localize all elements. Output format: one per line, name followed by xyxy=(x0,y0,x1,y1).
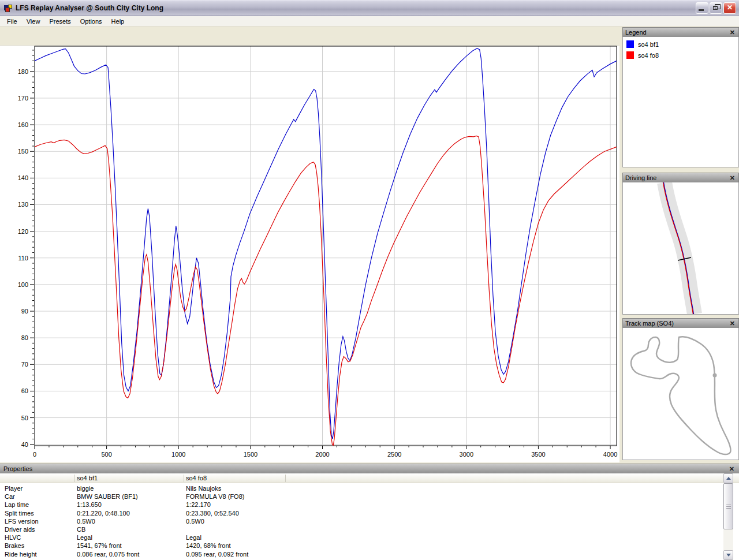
close-icon[interactable]: ✕ xyxy=(728,466,736,472)
svg-text:150: 150 xyxy=(18,148,28,155)
minimize-icon xyxy=(699,9,704,11)
property-value-bf1: CB xyxy=(77,526,85,533)
driving-line-graphic xyxy=(623,182,738,314)
app-window: { "window": { "title": "LFS Replay Analy… xyxy=(0,0,739,560)
svg-text:500: 500 xyxy=(101,451,111,458)
svg-text:120: 120 xyxy=(18,228,28,235)
legend-color-swatch xyxy=(626,40,634,48)
speed-chart[interactable]: 0500100015002000250030003500400040506070… xyxy=(0,45,619,462)
property-value-fo8: Nils Naujoks xyxy=(186,485,221,492)
svg-text:100: 100 xyxy=(18,281,28,288)
svg-text:1000: 1000 xyxy=(171,451,185,458)
scroll-up-button[interactable] xyxy=(723,473,733,483)
svg-text:50: 50 xyxy=(21,415,28,421)
property-label: Brakes xyxy=(5,542,24,549)
svg-text:160: 160 xyxy=(18,121,28,128)
property-value-bf1: biggie xyxy=(77,485,94,492)
svg-text:140: 140 xyxy=(18,174,28,181)
driving-line-view xyxy=(622,182,739,315)
property-value-fo8: Legal xyxy=(186,534,201,541)
svg-text:3500: 3500 xyxy=(531,451,545,458)
property-value-bf1: 1:13.650 xyxy=(77,501,102,508)
app-icon xyxy=(3,3,13,13)
menu-item-view[interactable]: View xyxy=(22,17,45,26)
close-icon[interactable]: ✕ xyxy=(729,320,736,327)
menu-item-file[interactable]: File xyxy=(2,17,22,26)
legend-item-label: so4 fo8 xyxy=(638,52,659,59)
svg-text:70: 70 xyxy=(21,361,28,368)
scroll-down-button[interactable] xyxy=(723,550,733,560)
property-value-bf1: BMW SAUBER (BF1) xyxy=(77,493,138,500)
legend-color-swatch xyxy=(626,51,634,59)
svg-text:180: 180 xyxy=(18,68,28,75)
title-bar: LFS Replay Analyser @ South City City Lo… xyxy=(0,0,739,16)
legend-panel-header: Legend ✕ xyxy=(622,27,739,37)
svg-text:4000: 4000 xyxy=(603,451,617,458)
property-value-fo8: FORMULA V8 (FO8) xyxy=(186,493,244,500)
property-label: Driver aids xyxy=(5,526,35,533)
menu-item-options[interactable]: Options xyxy=(76,17,107,26)
svg-text:2500: 2500 xyxy=(387,451,401,458)
column-header-1: so4 bf1 xyxy=(77,475,98,481)
property-value-fo8: 1420, 68% front xyxy=(186,542,231,549)
window-title: LFS Replay Analyser @ South City City Lo… xyxy=(16,4,163,12)
track-map-panel-title: Track map (SO4) xyxy=(625,320,729,327)
menu-item-presets[interactable]: Presets xyxy=(44,17,75,26)
property-value-fo8: 0:23.380, 0:52.540 xyxy=(186,510,239,517)
property-label: Player xyxy=(5,485,23,492)
restore-button[interactable] xyxy=(710,2,722,14)
property-label: LFS version xyxy=(5,518,39,525)
property-label: Split times xyxy=(5,510,34,517)
scrollbar-thumb[interactable] xyxy=(723,483,733,529)
menu-item-help[interactable]: Help xyxy=(107,17,129,26)
legend-item-label: so4 bf1 xyxy=(638,41,659,48)
track-map-graphic xyxy=(623,328,738,460)
property-label: Car xyxy=(5,493,15,500)
legend-panel-title: Legend xyxy=(625,29,729,36)
restore-icon xyxy=(713,6,718,10)
legend-item: so4 fo8 xyxy=(626,51,738,59)
svg-text:90: 90 xyxy=(21,308,28,315)
svg-text:1500: 1500 xyxy=(244,451,257,458)
properties-panel-header: Properties ✕ xyxy=(0,464,739,473)
properties-table: so4 bf1 so4 fo8 PlayerbiggieNils Naujoks… xyxy=(0,473,739,560)
svg-text:110: 110 xyxy=(18,255,28,262)
column-header-2: so4 fo8 xyxy=(186,475,207,481)
property-value-fo8: 1:22.170 xyxy=(186,501,211,508)
svg-text:2000: 2000 xyxy=(315,451,329,458)
grip-icon xyxy=(726,505,731,505)
arrow-up-icon xyxy=(726,477,731,480)
properties-column-header: so4 bf1 so4 fo8 xyxy=(0,473,739,483)
legend-item: so4 bf1 xyxy=(626,40,738,48)
property-value-bf1: 0.5W0 xyxy=(77,518,95,525)
driving-line-panel-title: Driving line xyxy=(625,174,729,181)
driving-line-panel-header: Driving line ✕ xyxy=(622,173,739,182)
close-icon[interactable]: ✕ xyxy=(729,175,736,181)
properties-panel-title: Properties xyxy=(3,465,728,472)
property-value-bf1: 0.086 rear, 0.075 front xyxy=(77,551,139,558)
menu-bar: FileViewPresetsOptionsHelp xyxy=(0,16,739,27)
property-label: Ride height xyxy=(5,551,37,558)
close-icon[interactable]: ✕ xyxy=(729,29,736,36)
property-value-bf1: 0:21.220, 0:48.100 xyxy=(77,510,130,517)
property-label: Lap time xyxy=(5,501,29,508)
legend-panel-body: so4 bf1so4 fo8 xyxy=(622,37,739,167)
property-value-bf1: Legal xyxy=(77,534,92,541)
track-map-panel: Track map (SO4) ✕ xyxy=(622,318,739,460)
properties-scrollbar[interactable] xyxy=(723,473,733,560)
svg-text:80: 80 xyxy=(21,334,28,341)
close-icon: ✕ xyxy=(724,3,736,12)
close-button[interactable]: ✕ xyxy=(723,2,736,14)
minimize-button[interactable] xyxy=(696,2,708,14)
svg-text:60: 60 xyxy=(21,387,28,394)
svg-text:170: 170 xyxy=(18,95,28,102)
svg-text:0: 0 xyxy=(33,451,36,458)
driving-line-panel: Driving line ✕ xyxy=(622,173,739,315)
property-value-fo8: 0.5W0 xyxy=(186,518,204,525)
property-value-bf1: 1541, 67% front xyxy=(77,542,122,549)
track-map-view xyxy=(622,328,739,460)
track-map-panel-header: Track map (SO4) ✕ xyxy=(622,318,739,328)
svg-text:40: 40 xyxy=(21,441,28,448)
svg-text:3000: 3000 xyxy=(460,451,473,458)
property-value-fo8: 0.095 rear, 0.092 front xyxy=(186,551,248,558)
